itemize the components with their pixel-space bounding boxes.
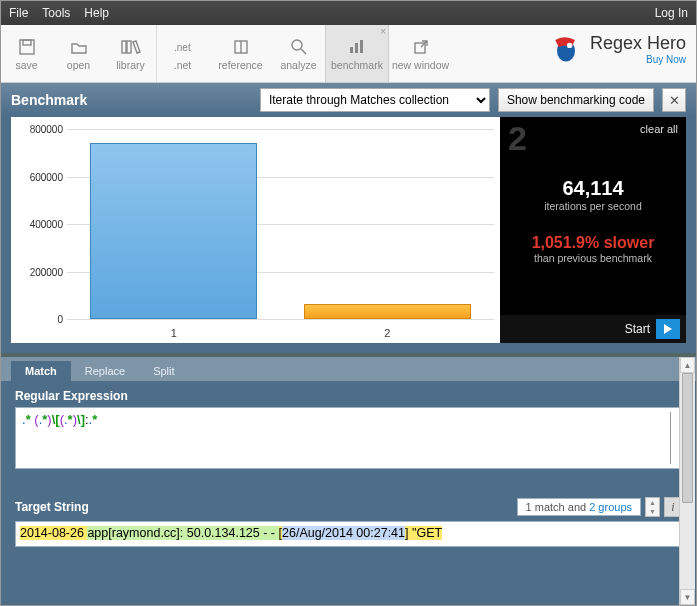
svg-point-14 — [567, 43, 572, 48]
svg-rect-0 — [20, 40, 34, 54]
slower-label: than previous benchmark — [500, 252, 686, 264]
start-button[interactable] — [656, 319, 680, 339]
bar-1 — [90, 143, 257, 319]
reference-button[interactable]: reference — [209, 25, 273, 82]
analyze-label: analyze — [280, 59, 316, 71]
y-tick: 200000 — [15, 266, 63, 277]
save-button[interactable]: save — [1, 25, 53, 82]
save-label: save — [15, 59, 37, 71]
bars-icon — [347, 37, 367, 57]
toolbar: save open library .net .net reference an… — [1, 25, 696, 83]
svg-point-7 — [292, 40, 302, 50]
dotnet-label: .net — [174, 59, 192, 71]
iterations-value: 64,114 — [500, 177, 686, 200]
benchmark-button[interactable]: × benchmark — [325, 25, 389, 82]
svg-text:.net: .net — [174, 42, 191, 53]
benchmark-result-panel: 2 clear all 64,114 iterations per second… — [500, 117, 686, 343]
tab-replace[interactable]: Replace — [71, 361, 139, 381]
y-tick: 400000 — [15, 219, 63, 230]
open-button[interactable]: open — [53, 25, 105, 82]
buy-now-link[interactable]: Buy Now — [590, 54, 686, 65]
folder-open-icon — [69, 37, 89, 57]
tab-match[interactable]: Match — [11, 361, 71, 381]
y-tick: 800000 — [15, 124, 63, 135]
svg-rect-1 — [23, 40, 31, 45]
lower-pane: Match Replace Split Regular Expression .… — [1, 353, 696, 605]
books-icon — [121, 37, 141, 57]
benchmark-header: Benchmark Iterate through Matches collec… — [1, 83, 696, 117]
x-label: 2 — [384, 327, 390, 339]
svg-rect-10 — [355, 43, 358, 53]
library-label: library — [116, 59, 145, 71]
new-window-button[interactable]: new window — [389, 25, 453, 82]
x-label: 1 — [171, 327, 177, 339]
menu-file[interactable]: File — [9, 6, 28, 20]
book-icon — [231, 37, 251, 57]
lower-scrollbar[interactable]: ▲ ▼ — [679, 357, 695, 605]
svg-rect-3 — [127, 41, 131, 53]
svg-line-8 — [301, 49, 306, 54]
open-label: open — [67, 59, 90, 71]
brand-name: Regex Hero — [590, 33, 686, 54]
mode-tabs: Match Replace Split — [1, 357, 696, 381]
reference-label: reference — [218, 59, 262, 71]
svg-rect-11 — [360, 40, 363, 53]
run-index: 2 — [508, 119, 527, 158]
close-tab-icon[interactable]: × — [380, 26, 386, 37]
match-info: 1 match and 2 groups — [517, 498, 641, 516]
target-label: Target String — [15, 500, 513, 514]
target-input[interactable]: 2014-08-26 app[raymond.cc]: 50.0.134.125… — [15, 521, 682, 547]
benchmark-chart: 020000040000060000080000012 — [11, 117, 500, 343]
magnifier-icon — [289, 37, 309, 57]
iterations-label: iterations per second — [500, 200, 686, 212]
y-tick: 0 — [15, 314, 63, 325]
clear-all-link[interactable]: clear all — [640, 123, 678, 135]
show-code-button[interactable]: Show benchmarking code — [498, 88, 654, 112]
scrollbar-placeholder — [670, 412, 671, 464]
menu-help[interactable]: Help — [84, 6, 109, 20]
svg-rect-2 — [122, 41, 126, 53]
match-stepper[interactable]: ▲▼ — [645, 497, 660, 517]
y-tick: 600000 — [15, 171, 63, 182]
tab-split[interactable]: Split — [139, 361, 188, 381]
play-icon — [663, 324, 673, 334]
hero-logo-icon — [548, 31, 584, 67]
login-link[interactable]: Log In — [655, 6, 688, 20]
save-icon — [17, 37, 37, 57]
analyze-button[interactable]: analyze — [273, 25, 325, 82]
benchmark-body: 020000040000060000080000012 2 clear all … — [1, 117, 696, 353]
external-icon — [411, 37, 431, 57]
bar-2 — [304, 304, 471, 319]
close-benchmark-button[interactable]: ✕ — [662, 88, 686, 112]
regex-label: Regular Expression — [15, 389, 682, 403]
dotnet-button[interactable]: .net .net — [157, 25, 209, 82]
library-button[interactable]: library — [105, 25, 157, 82]
benchmark-title: Benchmark — [11, 92, 87, 108]
menubar: File Tools Help Log In — [1, 1, 696, 25]
svg-rect-9 — [350, 47, 353, 53]
slower-value: 1,051.9% slower — [500, 234, 686, 252]
brand[interactable]: Regex Hero Buy Now — [548, 31, 686, 67]
newwindow-label: new window — [392, 59, 449, 71]
start-label: Start — [625, 322, 650, 336]
regex-input[interactable]: .* (.*)\[(.*)\]:.* — [15, 407, 682, 469]
menu-tools[interactable]: Tools — [42, 6, 70, 20]
benchmark-mode-select[interactable]: Iterate through Matches collection — [260, 88, 490, 112]
dotnet-icon: .net — [173, 37, 193, 57]
groups-link[interactable]: 2 groups — [589, 501, 632, 513]
benchmark-label: benchmark — [331, 59, 383, 71]
